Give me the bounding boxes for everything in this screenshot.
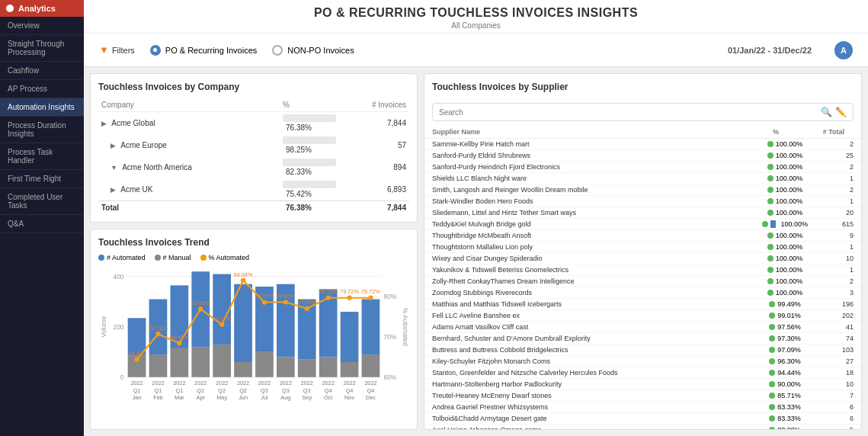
supplier-row[interactable]: Wixey and Cisar Dungey Spideradio 100.00… xyxy=(424,253,861,264)
non-po-radio[interactable] xyxy=(272,45,283,56)
company-pct: 75.42% xyxy=(280,178,356,201)
svg-text:Q2: Q2 xyxy=(218,387,226,394)
svg-text:Apr: Apr xyxy=(197,394,206,401)
supplier-total: 6 xyxy=(808,403,854,411)
supplier-row[interactable]: Yakunikov & Tidswell Beteriss Gnomelectr… xyxy=(424,264,861,276)
sidebar-item[interactable]: Overview xyxy=(0,17,84,35)
supplier-row[interactable]: Stanton, Greenfelder and Nitzsche Calver… xyxy=(424,367,861,379)
po-recurring-option[interactable]: PO & Recurring Invoices xyxy=(150,45,257,56)
svg-text:76.92%: 76.92% xyxy=(191,300,210,306)
supplier-row[interactable]: Axel Heims Johansen Omega coms 80.00% 5 xyxy=(424,425,861,429)
non-po-option[interactable]: NON-PO Invoices xyxy=(272,45,354,56)
expand-icon[interactable]: ▼ xyxy=(111,164,117,172)
page-subtitle: All Companies xyxy=(84,21,868,30)
pct-text: 99.49% xyxy=(777,300,801,308)
invoice-count: 7,844 xyxy=(356,201,409,215)
supplier-total: 1 xyxy=(808,197,854,205)
svg-text:79.72%: 79.72% xyxy=(361,288,380,295)
legend-item: # Automated xyxy=(98,254,146,261)
green-dot xyxy=(767,164,774,170)
supplier-row[interactable]: Thoughtbridge McMbeath Ansoft 100.00% 9 xyxy=(424,230,861,242)
legend-item: % Automated xyxy=(200,254,250,261)
supplier-name: Treutel-Heaney McEneny Dwarf stones xyxy=(432,392,762,399)
pct-text: 100.00% xyxy=(780,220,808,228)
table-row: ▶ Acme Global 76.38% 7,844 xyxy=(98,112,409,135)
search-input[interactable] xyxy=(439,108,821,117)
supplier-row[interactable]: Thoughtstorm Mallalieu Lion poly 100.00%… xyxy=(424,242,861,253)
svg-rect-39 xyxy=(255,352,274,377)
svg-text:Q4: Q4 xyxy=(367,387,375,394)
col-company: Company xyxy=(98,98,280,112)
supplier-pct: 97.56% xyxy=(762,323,808,331)
svg-text:Q4: Q4 xyxy=(346,387,354,394)
col-pct: % xyxy=(280,98,356,112)
sidebar-item[interactable]: Completed User Tasks xyxy=(0,188,84,215)
supplier-row[interactable]: Sliedemann, Littel and Hintz Tether Smar… xyxy=(424,207,861,219)
svg-text:2022: 2022 xyxy=(280,380,292,386)
po-recurring-radio[interactable] xyxy=(150,45,161,56)
sidebar-item[interactable]: Cashflow xyxy=(0,62,84,80)
sidebar-item[interactable]: First Time Right xyxy=(0,170,84,188)
edit-icon[interactable]: ✏️ xyxy=(835,107,847,117)
supplier-pct: 100.00% xyxy=(762,209,808,216)
supplier-row[interactable]: Adams Arnatt Vasilkov Cliff cast 97.56% … xyxy=(424,322,861,333)
supplier-row[interactable]: Stark-Windler Boden Hero Foods 100.00% 1 xyxy=(424,196,861,207)
svg-text:Aug: Aug xyxy=(280,394,290,401)
legend-item: # Manual xyxy=(155,254,191,261)
green-dot xyxy=(769,427,775,429)
supplier-pct: 85.71% xyxy=(762,392,808,399)
supplier-row[interactable]: Kiley-Schuyler Fitzjohn Monarch Coms 96.… xyxy=(424,356,861,367)
supplier-row[interactable]: Sanford-Purdy Eldrid Shrubrews 100.00% 2… xyxy=(424,150,861,162)
svg-text:Q2: Q2 xyxy=(239,387,247,394)
svg-rect-14 xyxy=(149,354,168,377)
supplier-pct: 99.49% xyxy=(762,300,808,308)
supplier-row[interactable]: Shields LLC Blanch Night ware 100.00% 1 xyxy=(424,173,861,184)
supplier-total: 6 xyxy=(808,415,854,422)
supplier-row[interactable]: Zoomdog Stubbings Riverecords 100.00% 3 xyxy=(424,287,861,299)
supplier-row[interactable]: Zolly-Rhett ConkayThames Dream Intellige… xyxy=(424,276,861,287)
supplier-row[interactable]: Teddy&Kiel Mulvagh Bridge gold 100.00% 6… xyxy=(424,219,861,230)
sidebar-item[interactable]: AP Process xyxy=(0,80,84,98)
supplier-name: Thoughtstorm Mallalieu Lion poly xyxy=(432,243,762,251)
sidebar-item[interactable]: Automation Insights xyxy=(0,98,84,117)
sidebar-item[interactable]: Process Task Handler xyxy=(0,143,84,170)
svg-rect-44 xyxy=(277,357,295,377)
pct-text: 100.00% xyxy=(776,197,803,205)
po-recurring-label: PO & Recurring Invoices xyxy=(165,46,257,55)
supplier-row[interactable]: Sammie-Kellby Pirie Hatch mart 100.00% 2 xyxy=(424,139,861,150)
sidebar-item[interactable]: Process Duration Insights xyxy=(0,117,84,143)
company-pct: 98.25% xyxy=(280,134,356,156)
app-logo xyxy=(6,5,14,12)
svg-rect-34 xyxy=(234,362,252,377)
pct-bar xyxy=(283,114,336,122)
supplier-row[interactable]: Smith, Langosh and Reinger Woollin Dream… xyxy=(424,184,861,196)
svg-rect-49 xyxy=(298,360,316,377)
sidebar-item[interactable]: Q&A xyxy=(0,215,84,233)
supplier-row[interactable]: Matthias and Matthias Tidswell Icebergar… xyxy=(424,299,861,310)
supplier-total: 74 xyxy=(808,335,854,342)
supplier-row[interactable]: Andrea Gavriel Prestner Whizsystems 83.3… xyxy=(424,402,861,413)
supplier-col-name: Supplier Name xyxy=(432,128,753,136)
supplier-name: Fell LLC Aveline Banshee ex xyxy=(432,312,762,319)
expand-icon[interactable]: ▶ xyxy=(111,142,116,149)
supplier-row[interactable]: Sanford-Purdy Heindrich Fjord Electronic… xyxy=(424,162,861,173)
supplier-name: Zolly-Rhett ConkayThames Dream Intellige… xyxy=(432,277,762,285)
green-dot xyxy=(767,175,774,181)
supplier-row[interactable]: Tolboid&Chadd Armytage Desert gate 83.33… xyxy=(424,413,861,425)
supplier-row[interactable]: Treutel-Heaney McEneny Dwarf stones 85.7… xyxy=(424,390,861,402)
pct-text: 100.00% xyxy=(776,266,803,274)
supplier-row[interactable]: Bernhard, Schuster and D'Amore Dumbrall … xyxy=(424,333,861,345)
sidebar-item[interactable]: Straight Through Processing xyxy=(0,35,84,62)
expand-icon[interactable]: ▶ xyxy=(111,186,116,194)
user-avatar[interactable]: A xyxy=(834,41,853,59)
expand-icon[interactable]: ▶ xyxy=(101,120,107,127)
supplier-panel: Touchless Invoices by Supplier 🔍 ✏️ Supp… xyxy=(424,73,862,430)
filter-button[interactable]: ▼ Filters xyxy=(99,44,135,56)
supplier-pct: 100.00% xyxy=(762,266,808,274)
supplier-row[interactable]: Hartmann-Stoltenberg Harbor Padlockurity… xyxy=(424,379,861,390)
supplier-total: 10 xyxy=(808,255,854,262)
supplier-row[interactable]: Fell LLC Aveline Banshee ex 99.01% 202 xyxy=(424,310,861,322)
svg-text:73.07%: 73.07% xyxy=(213,315,232,322)
pct-text: 100.00% xyxy=(776,175,803,182)
supplier-row[interactable]: Buttress and Buttress Cobbold Bridgelect… xyxy=(424,345,861,356)
